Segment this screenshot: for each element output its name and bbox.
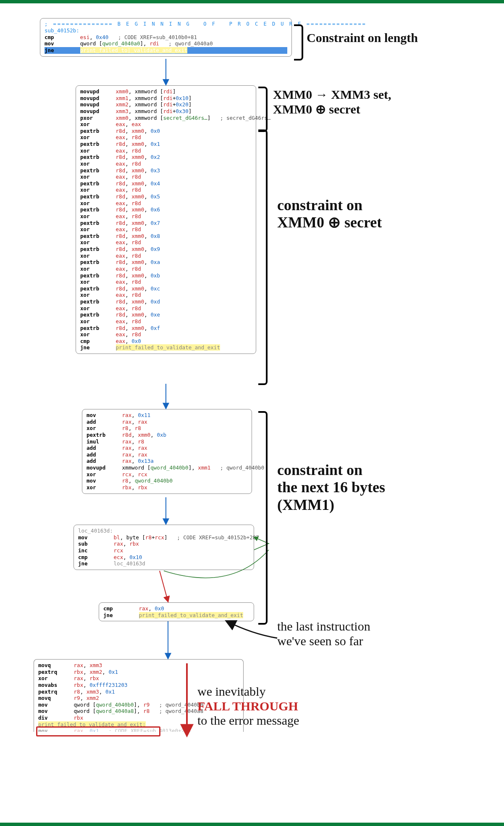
annot-line: we've seen so far <box>277 634 363 648</box>
asm-line: pextrb r8d, xmm0, 0xa <box>80 259 252 266</box>
asm-line: movupd xmmword [qword_4040b0], xmm1 ; qw… <box>87 464 247 471</box>
asm-line: movupd xmm2, xmmword [rdi+0x20] <box>80 101 252 108</box>
asm-line: jne print_failed_to_validate_and_exit <box>103 612 249 619</box>
block-cmp-rax: cmp rax, 0x0jne print_failed_to_validate… <box>99 602 254 621</box>
asm-line: xor eax, r8d <box>80 292 252 298</box>
bracket-xmm-set <box>258 87 268 132</box>
asm-line: xor eax, r8d <box>80 226 252 233</box>
asm-line: pextrb r8d, xmm0, 0x1 <box>80 141 252 148</box>
asm-line: movq rax, xmm3 <box>38 662 239 669</box>
sub-label: sub_40152b: <box>45 27 287 34</box>
asm-line: pextrb r8d, xmm0, 0xf <box>80 325 252 332</box>
asm-line: xor eax, r8d <box>80 253 252 259</box>
asm-line: cmp ecx, 0x10 <box>78 554 249 561</box>
annot-line: XMM0 ⊕ secret <box>277 214 382 231</box>
block-hash-setup: mov rax, 0x11add rax, raxxor r8, r8pextr… <box>82 409 252 494</box>
top-bar <box>0 0 504 3</box>
asm-line: add rax, rax <box>87 419 247 425</box>
asm-line: xor eax, r8d <box>80 305 252 312</box>
diagram-canvas: ; ============== B E G I N N I N G O F P… <box>0 3 504 823</box>
asm-line: movupd xmm1, xmmword [rdi+0x10] <box>80 95 252 102</box>
asm-line: jne print_failed_to|_validate_and_exit <box>45 47 287 54</box>
asm-line: xor r8, r8 <box>87 425 247 432</box>
asm-line: xor eax, r8d <box>80 200 252 207</box>
asm-line: pextrb r8d, xmm0, 0x8 <box>80 233 252 240</box>
asm-line: jne print_failed_to_validate_and_exit <box>80 344 252 351</box>
asm-line: pextrb r8d, xmm0, 0xb <box>87 432 247 438</box>
asm-line: movupd xmm3, xmmword [rdi+0x30] <box>80 108 252 115</box>
block-sub-40152b: ; ============== B E G I N N I N G O F P… <box>40 18 292 57</box>
svg-line-3 <box>160 571 168 602</box>
asm-line: xor eax, r8d <box>80 279 252 285</box>
annot-line: (XMM1) <box>277 496 334 513</box>
asm-line: xor eax, eax <box>80 121 252 128</box>
asm-line: xor eax, r8d <box>80 266 252 272</box>
bracket-length <box>294 24 303 61</box>
annot-fallthrough: we inevitably FALL THROUGH to the error … <box>197 684 299 728</box>
redbox-fail-label <box>36 726 160 736</box>
asm-line: mov r8, qword_4040b0 <box>87 478 247 484</box>
block-xmm0-constraint: movupd xmm0, xmmword [rdi]movupd xmm1, x… <box>76 85 256 354</box>
asm-line: pextrb r8d, xmm0, 0xb <box>80 272 252 279</box>
annot-line: XMM0 → XMM3 set, <box>273 87 391 101</box>
asm-line: xor rbx, rbx <box>87 484 247 491</box>
annot-line: constraint on <box>277 197 362 214</box>
annot-constraint-xmm1: constraint on the next 16 bytes (XMM1) <box>277 462 385 514</box>
bottom-bar <box>0 823 504 826</box>
asm-line: add rax, rax <box>87 451 247 458</box>
asm-line: cmp eax, 0x0 <box>80 338 252 345</box>
asm-line: pextrb r8d, xmm0, 0xe <box>80 311 252 318</box>
asm-line: xor rax, rbx <box>38 675 239 682</box>
asm-line: sub rax, rbx <box>78 541 249 547</box>
asm-line: pextrb r8d, xmm0, 0x5 <box>80 193 252 200</box>
asm-line: add rax, 0x13a <box>87 458 247 464</box>
asm-line: pextrb r8d, xmm0, 0x2 <box>80 154 252 161</box>
block-loc-40163d: loc_40163d:mov bl, byte [r8+rcx] ; CODE … <box>74 525 254 570</box>
annot-constraint-length: Constraint on length <box>307 31 418 45</box>
asm-line: mov rax, 0x11 <box>87 412 247 419</box>
asm-line: pextrb r8d, xmm0, 0x0 <box>80 128 252 135</box>
asm-line: xor eax, r8d <box>80 134 252 141</box>
annot-last-instruction: the last instruction we've seen so far <box>277 619 370 648</box>
asm-line: imul rax, r8 <box>87 438 247 445</box>
asm-line: pextrb r8d, xmm0, 0xc <box>80 285 252 292</box>
asm-line: xor eax, r8d <box>80 213 252 220</box>
asm-line: cmp esi, 0x40 ; CODE XREF=sub_4010b0+81 <box>45 34 287 41</box>
asm-line: xor eax, r8d <box>80 174 252 180</box>
asm-line: pxor xmm0, xmmword [secret_dG46rs…] ; se… <box>80 115 252 121</box>
annot-line: we inevitably <box>197 684 265 698</box>
annot-constraint-xmm0: constraint on XMM0 ⊕ secret <box>277 197 382 232</box>
asm-line: pextrb r8d, xmm0, 0xd <box>80 298 252 305</box>
annot-line: the last instruction <box>277 619 370 633</box>
asm-line: pextrb r8d, xmm0, 0x3 <box>80 167 252 174</box>
asm-line: inc rcx <box>78 547 249 554</box>
loc-label: loc_40163d: <box>78 528 249 534</box>
asm-line: xor rcx, rcx <box>87 471 247 478</box>
asm-line: pextrb r8d, xmm0, 0x4 <box>80 180 252 187</box>
procedure-header: ; ============== B E G I N N I N G O F P… <box>45 21 287 27</box>
bracket-xmm0-constraint <box>258 129 268 385</box>
asm-line: xor eax, r8d <box>80 148 252 154</box>
asm-line: mov qword [qword_4040a0], rdi ; qword_40… <box>45 40 287 47</box>
annot-line: constraint on <box>277 462 362 478</box>
annot-xmm-set: XMM0 → XMM3 set, XMM0 ⊕ secret <box>273 87 391 116</box>
annot-line: the next 16 bytes <box>277 479 385 496</box>
asm-line: xor eax, r8d <box>80 187 252 193</box>
asm-line: add rax, rax <box>87 445 247 451</box>
annot-line: XMM0 ⊕ secret <box>273 102 360 116</box>
asm-line: xor eax, r8d <box>80 239 252 246</box>
asm-line: cmp rax, 0x0 <box>103 605 249 612</box>
asm-line: mov bl, byte [r8+rcx] ; CODE XREF=sub_40… <box>78 534 249 541</box>
asm-line: xor eax, r8d <box>80 318 252 325</box>
asm-line: xor eax, r8d <box>80 161 252 167</box>
asm-line: pextrb r8d, xmm0, 0x7 <box>80 220 252 227</box>
annot-line: to the error message <box>197 713 299 727</box>
annot-line-fall: FALL THROUGH <box>197 699 298 713</box>
bracket-xmm1-constraint <box>258 411 268 625</box>
asm-line: jne loc_40163d <box>78 560 249 567</box>
asm-line: pextrb r8d, xmm0, 0x6 <box>80 206 252 213</box>
asm-line: pextrq rbx, xmm2, 0x1 <box>38 669 239 676</box>
asm-line: xor eax, r8d <box>80 331 252 338</box>
asm-line: movupd xmm0, xmmword [rdi] <box>80 88 252 95</box>
asm-line: pextrb r8d, xmm0, 0x9 <box>80 246 252 253</box>
